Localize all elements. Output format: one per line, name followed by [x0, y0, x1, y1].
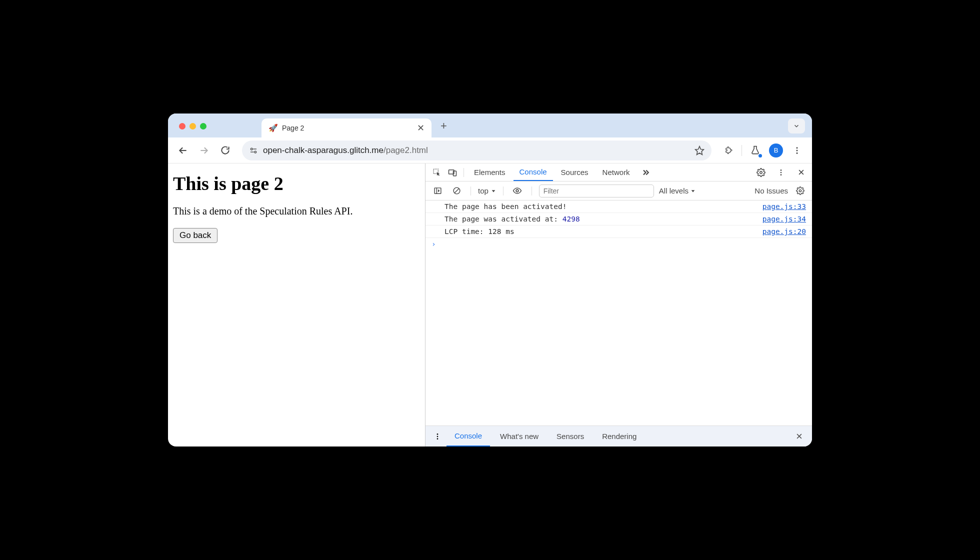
- tab-network[interactable]: Network: [596, 164, 636, 181]
- source-link[interactable]: page.js:33: [762, 202, 806, 210]
- log-row: The page has been activated! page.js:33: [426, 200, 812, 213]
- console-settings-icon[interactable]: [793, 186, 807, 195]
- browser-window: 🚀 Page 2 ✕ + open-chalk-asparagus.glitch…: [168, 114, 812, 446]
- tab-console[interactable]: Console: [514, 164, 553, 181]
- console-toolbar: top All levels No Issues: [426, 182, 812, 200]
- svg-rect-20: [434, 188, 441, 194]
- svg-marker-26: [692, 190, 695, 192]
- drawer-tab-whatsnew[interactable]: What's new: [492, 426, 546, 446]
- svg-marker-24: [492, 190, 496, 192]
- svg-point-28: [437, 434, 438, 435]
- more-tabs-icon[interactable]: [638, 168, 652, 177]
- chrome-menu-icon[interactable]: [788, 142, 806, 160]
- drawer-tab-sensors[interactable]: Sensors: [548, 426, 592, 446]
- drawer-tab-rendering[interactable]: Rendering: [594, 426, 644, 446]
- svg-point-30: [437, 438, 438, 440]
- reload-button[interactable]: [216, 142, 234, 160]
- log-row: LCP time: 128 ms page.js:20: [426, 226, 812, 238]
- devtools-tabs: Elements Console Sources Network: [426, 164, 812, 182]
- close-tab-button[interactable]: ✕: [417, 124, 424, 132]
- labs-icon[interactable]: [746, 142, 764, 160]
- console-prompt[interactable]: ›: [426, 238, 812, 250]
- page-content: This is page 2 This is a demo of the Spe…: [168, 164, 425, 446]
- url-text: open-chalk-asparagus.glitch.me/page2.htm…: [263, 146, 690, 156]
- svg-point-2: [250, 148, 252, 150]
- devtools-settings-icon[interactable]: [754, 168, 768, 177]
- bookmark-icon[interactable]: [694, 146, 704, 156]
- tab-favicon: 🚀: [268, 124, 278, 132]
- close-drawer-icon[interactable]: [792, 432, 807, 440]
- close-devtools-icon[interactable]: [794, 168, 808, 176]
- log-levels-selector[interactable]: All levels: [659, 186, 696, 195]
- divider: [742, 145, 742, 156]
- drawer-menu-icon[interactable]: [430, 432, 444, 440]
- issues-count[interactable]: No Issues: [754, 186, 788, 195]
- console-output: The page has been activated! page.js:33 …: [426, 200, 812, 426]
- live-expression-icon[interactable]: [510, 186, 524, 196]
- inspect-element-icon[interactable]: [430, 168, 444, 176]
- context-selector[interactable]: top: [478, 186, 496, 195]
- log-row: The page was activated at: 4298 page.js:…: [426, 213, 812, 226]
- site-settings-icon[interactable]: [249, 146, 258, 155]
- forward-button[interactable]: [195, 142, 213, 160]
- svg-point-4: [254, 151, 256, 153]
- browser-tab[interactable]: 🚀 Page 2 ✕: [262, 118, 432, 138]
- back-button[interactable]: [174, 142, 192, 160]
- content-area: This is page 2 This is a demo of the Spe…: [168, 164, 812, 446]
- tab-elements[interactable]: Elements: [468, 164, 512, 181]
- svg-point-25: [516, 190, 518, 192]
- extensions-icon[interactable]: [720, 142, 738, 160]
- svg-point-29: [437, 436, 438, 437]
- tab-sources[interactable]: Sources: [555, 164, 594, 181]
- address-bar: open-chalk-asparagus.glitch.me/page2.htm…: [168, 138, 812, 164]
- device-toolbar-icon[interactable]: [446, 168, 460, 177]
- tab-bar: 🚀 Page 2 ✕ +: [168, 114, 812, 138]
- svg-point-14: [760, 171, 762, 174]
- close-window-button[interactable]: [179, 123, 186, 130]
- drawer-tab-console[interactable]: Console: [446, 426, 490, 446]
- search-tabs-button[interactable]: [788, 118, 805, 134]
- maximize-window-button[interactable]: [200, 123, 206, 130]
- minimize-window-button[interactable]: [190, 123, 196, 130]
- svg-point-17: [780, 174, 782, 176]
- svg-point-16: [780, 172, 782, 173]
- clear-console-icon[interactable]: [450, 186, 464, 195]
- svg-point-27: [799, 190, 801, 192]
- window-controls: [179, 123, 206, 138]
- svg-point-8: [796, 147, 798, 148]
- profile-avatar[interactable]: B: [767, 142, 785, 160]
- source-link[interactable]: page.js:34: [762, 215, 806, 223]
- source-link[interactable]: page.js:20: [762, 228, 806, 236]
- devtools-drawer: Console What's new Sensors Rendering: [426, 426, 812, 446]
- svg-point-15: [780, 170, 782, 171]
- new-tab-button[interactable]: +: [440, 120, 447, 138]
- filter-input[interactable]: [539, 184, 654, 198]
- svg-point-9: [796, 150, 798, 151]
- go-back-button[interactable]: Go back: [173, 228, 218, 243]
- svg-marker-6: [696, 146, 704, 154]
- tab-title: Page 2: [282, 124, 413, 132]
- sidebar-toggle-icon[interactable]: [430, 186, 444, 195]
- page-paragraph: This is a demo of the Speculation Rules …: [173, 206, 420, 217]
- svg-point-10: [796, 152, 798, 154]
- devtools-panel: Elements Console Sources Network: [425, 164, 812, 446]
- url-box[interactable]: open-chalk-asparagus.glitch.me/page2.htm…: [242, 140, 712, 160]
- page-heading: This is page 2: [173, 172, 420, 194]
- devtools-more-icon[interactable]: [774, 168, 788, 176]
- svg-line-23: [454, 188, 459, 193]
